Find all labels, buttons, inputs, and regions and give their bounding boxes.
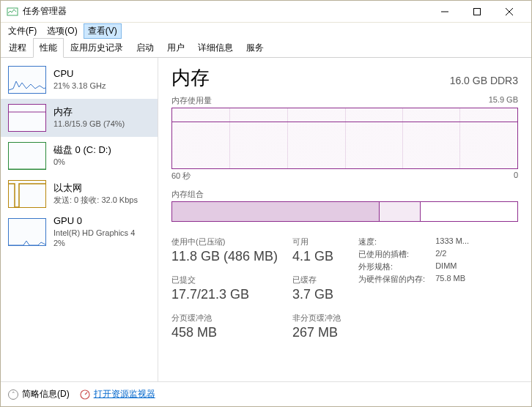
- svg-rect-2: [474, 8, 481, 15]
- sidebar-item-disk[interactable]: 磁盘 0 (C: D:) 0%: [1, 137, 158, 175]
- paged-label: 分页缓冲池: [171, 313, 278, 324]
- tab-services[interactable]: 服务: [240, 38, 270, 57]
- sidebar-cpu-name: CPU: [53, 68, 106, 81]
- usage-chart-label: 内存使用量: [171, 95, 212, 106]
- menubar: 文件(F) 选项(O) 查看(V): [1, 23, 531, 39]
- in-use-value: 11.8 GB (486 MB): [171, 249, 278, 264]
- available-label: 可用: [292, 236, 341, 247]
- gpu-thumb-icon: [8, 218, 46, 246]
- menu-file[interactable]: 文件(F): [4, 23, 41, 39]
- cached-value: 3.7 GB: [292, 287, 341, 302]
- content: CPU 21% 3.18 GHz 内存 11.8/15.9 GB (74%): [1, 58, 531, 381]
- task-manager-window: 任务管理器 文件(F) 选项(O) 查看(V) 进程 性能 应用历史记录 启动 …: [0, 0, 532, 407]
- slots-label: 已使用的插槽:: [358, 249, 425, 260]
- comp-in-use: [172, 202, 380, 221]
- tab-details[interactable]: 详细信息: [191, 38, 240, 57]
- committed-value: 17.7/21.3 GB: [171, 287, 278, 302]
- memory-total: 16.0 GB DDR3: [450, 75, 518, 86]
- sidebar-item-cpu[interactable]: CPU 21% 3.18 GHz: [1, 61, 158, 99]
- cached-label: 已缓存: [292, 275, 341, 285]
- app-icon: [7, 6, 18, 18]
- close-button[interactable]: [493, 1, 525, 22]
- sidebar-ethernet-name: 以太网: [53, 182, 138, 195]
- reserved-label: 为硬件保留的内存:: [358, 274, 425, 285]
- sidebar-gpu-detail: Intel(R) HD Graphics 4: [53, 228, 135, 238]
- titlebar[interactable]: 任务管理器: [1, 1, 531, 23]
- sidebar-memory-name: 内存: [53, 106, 125, 119]
- svg-line-3: [506, 8, 513, 15]
- reserved-value: 75.8 MB: [435, 274, 469, 285]
- svg-line-8: [85, 392, 87, 395]
- composition-label: 内存组合: [171, 189, 518, 200]
- in-use-label: 使用中(已压缩): [171, 236, 278, 247]
- axis-left: 60 秒: [171, 171, 191, 182]
- sidebar-item-memory[interactable]: 内存 11.8/15.9 GB (74%): [1, 99, 158, 137]
- page-title: 内存: [171, 65, 210, 91]
- open-resmon-link[interactable]: 打开资源监视器: [94, 388, 155, 400]
- form-label: 外形规格:: [358, 261, 425, 272]
- sidebar-disk-name: 磁盘 0 (C: D:): [53, 144, 111, 157]
- usage-chart[interactable]: [171, 108, 518, 169]
- speed-value: 1333 M...: [435, 236, 469, 247]
- window-title: 任务管理器: [23, 5, 429, 18]
- available-value: 4.1 GB: [292, 249, 341, 264]
- committed-label: 已提交: [171, 275, 278, 285]
- maximize-button[interactable]: [461, 1, 493, 22]
- sidebar-item-ethernet[interactable]: 以太网 发送: 0 接收: 32.0 Kbps: [1, 175, 158, 213]
- resmon-icon: [80, 389, 90, 400]
- svg-line-4: [506, 8, 513, 15]
- menu-view[interactable]: 查看(V): [84, 23, 122, 39]
- ethernet-thumb-icon: [8, 180, 46, 208]
- axis-right: 0: [514, 171, 518, 182]
- main-panel: 内存 16.0 GB DDR3 内存使用量 15.9 GB 60 秒 0 内存组…: [158, 58, 531, 381]
- usage-chart-max: 15.9 GB: [489, 95, 518, 106]
- paged-value: 458 MB: [171, 325, 278, 340]
- disk-thumb-icon: [8, 142, 46, 170]
- sidebar-disk-detail: 0%: [53, 157, 111, 167]
- cpu-thumb-icon: [8, 66, 46, 94]
- tabbar: 进程 性能 应用历史记录 启动 用户 详细信息 服务: [1, 39, 531, 58]
- tab-app-history[interactable]: 应用历史记录: [64, 38, 130, 57]
- menu-options[interactable]: 选项(O): [43, 23, 81, 39]
- fewer-details-button[interactable]: ˄ 简略信息(D): [8, 388, 70, 400]
- sidebar-gpu-detail2: 2%: [53, 238, 135, 248]
- tab-processes[interactable]: 进程: [2, 38, 33, 57]
- sidebar-ethernet-detail: 发送: 0 接收: 32.0 Kbps: [53, 195, 138, 205]
- form-value: DIMM: [435, 261, 469, 272]
- fewer-details-label: 简略信息(D): [22, 388, 70, 400]
- tab-performance[interactable]: 性能: [33, 38, 64, 58]
- memory-thumb-icon: [8, 104, 46, 132]
- sidebar-memory-detail: 11.8/15.9 GB (74%): [53, 119, 125, 129]
- comp-modified: [380, 202, 421, 221]
- sidebar-cpu-detail: 21% 3.18 GHz: [53, 81, 106, 91]
- composition-chart[interactable]: [171, 201, 518, 222]
- footer: ˄ 简略信息(D) 打开资源监视器: [1, 381, 531, 406]
- nonpaged-label: 非分页缓冲池: [292, 313, 341, 324]
- stats: 使用中(已压缩) 11.8 GB (486 MB) 可用 4.1 GB 已提交 …: [171, 236, 518, 340]
- sidebar-item-gpu[interactable]: GPU 0 Intel(R) HD Graphics 4 2%: [1, 213, 158, 251]
- sidebar: CPU 21% 3.18 GHz 内存 11.8/15.9 GB (74%): [1, 58, 158, 381]
- nonpaged-value: 267 MB: [292, 325, 341, 340]
- speed-label: 速度:: [358, 236, 425, 247]
- chevron-up-icon: ˄: [8, 389, 18, 400]
- tab-users[interactable]: 用户: [160, 38, 191, 57]
- slots-value: 2/2: [435, 249, 469, 260]
- tab-startup[interactable]: 启动: [130, 38, 160, 57]
- minimize-button[interactable]: [429, 1, 461, 22]
- sidebar-gpu-name: GPU 0: [53, 215, 135, 228]
